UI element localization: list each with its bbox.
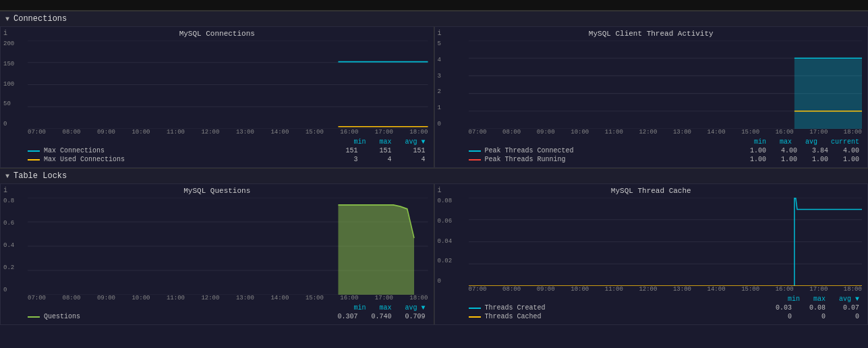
mysql-connections-title: MySQL Connections <box>1 27 434 39</box>
info-icon-thread-cache[interactable]: i <box>438 187 442 194</box>
questions-label: Questions <box>44 313 80 320</box>
max-used-connections-legend: Max Used Connections 3 4 4 <box>28 156 428 163</box>
table-locks-label: Table Locks <box>13 171 67 181</box>
thread-activity-chart-area: Threads 5 4 3 2 1 0 <box>435 39 868 129</box>
svg-marker-20 <box>338 205 414 295</box>
connections-chart-area: 200 150 100 50 0 <box>1 39 434 129</box>
peak-threads-connected-legend: Peak Threads Connected 1.00 4.00 3.84 4.… <box>469 147 863 154</box>
questions-legend-row: Questions 0.307 0.740 0.709 <box>28 313 428 320</box>
connections-y-axis: 200 150 100 50 0 <box>3 39 14 129</box>
peak-threads-connected-icon <box>469 150 481 152</box>
connections-section-header[interactable]: ▼ Connections <box>0 11 868 26</box>
max-used-connections-line-icon <box>28 159 40 161</box>
mysql-questions-title: MySQL Questions <box>1 184 434 196</box>
thread-activity-stats-header: min max avg current <box>469 138 863 146</box>
top-bar <box>0 0 868 11</box>
threads-label: Threads <box>434 62 436 88</box>
max-connections-values: 151 151 151 <box>320 147 428 154</box>
questions-values: 0.307 0.740 0.709 <box>320 313 428 320</box>
threads-cached-label: Threads Cached <box>485 313 542 320</box>
mysql-thread-cache-panel: i MySQL Thread Cache 0.08 0.06 0.04 0.02… <box>434 183 869 325</box>
svg-marker-13 <box>794 58 862 129</box>
max-connections-label: Max Connections <box>44 147 105 154</box>
connections-legend: min max avg ▼ Max Connections 151 151 15… <box>1 137 434 167</box>
info-icon-connections[interactable]: i <box>3 30 7 37</box>
connections-stats-header: min max avg ▼ <box>28 138 428 146</box>
threads-cached-values: 0 0 0 <box>754 313 862 320</box>
questions-y-axis: 0.8 0.6 0.4 0.2 0 <box>3 196 14 295</box>
mysql-thread-activity-title: MySQL Client Thread Activity <box>435 27 868 39</box>
threads-created-legend: Threads Created 0.03 0.08 0.07 <box>469 304 863 312</box>
connections-charts-row: i MySQL Connections 200 150 100 50 0 <box>0 26 868 168</box>
thread-cache-y-axis: 0.08 0.06 0.04 0.02 0 <box>438 196 453 286</box>
peak-threads-connected-values: 1.00 4.00 3.84 4.00 <box>727 147 862 154</box>
questions-stats-header: min max avg ▼ <box>28 304 428 312</box>
table-locks-section-header[interactable]: ▼ Table Locks <box>0 168 868 183</box>
table-locks-chevron-icon: ▼ <box>5 173 9 180</box>
peak-threads-running-label: Peak Threads Running <box>485 156 566 163</box>
max-connections-legend: Max Connections 151 151 151 <box>28 147 428 154</box>
max-used-connections-values: 3 4 4 <box>320 156 428 163</box>
thread-activity-svg <box>469 40 863 129</box>
max-used-connections-label: Max Used Connections <box>44 156 125 163</box>
questions-svg <box>28 198 428 295</box>
peak-threads-running-legend: Peak Threads Running 1.00 1.00 1.00 1.00 <box>469 156 863 163</box>
threads-created-label: Threads Created <box>485 304 546 312</box>
peak-threads-connected-label: Peak Threads Connected <box>485 147 574 154</box>
threads-cached-legend: Threads Cached 0 0 0 <box>469 313 863 320</box>
threads-created-values: 0.03 0.08 0.07 <box>754 304 862 312</box>
questions-chart-area: 0.8 0.6 0.4 0.2 0 <box>1 196 434 295</box>
info-icon-thread-activity[interactable]: i <box>438 30 442 37</box>
connections-svg <box>28 40 428 129</box>
peak-threads-running-values: 1.00 1.00 1.00 1.00 <box>727 156 862 163</box>
chevron-icon: ▼ <box>5 16 9 23</box>
mysql-thread-cache-title: MySQL Thread Cache <box>435 184 868 196</box>
thread-cache-chart-area: 0.08 0.06 0.04 0.02 0 <box>435 196 868 286</box>
peak-threads-running-icon <box>469 159 481 161</box>
questions-charts-row: i MySQL Questions 0.8 0.6 0.4 0.2 0 <box>0 183 868 325</box>
questions-line-icon <box>28 316 40 318</box>
thread-cache-svg <box>469 198 863 286</box>
threads-cached-line-icon <box>469 316 481 318</box>
thread-cache-stats-header: min max avg ▼ <box>469 295 863 303</box>
mysql-connections-panel: i MySQL Connections 200 150 100 50 0 <box>0 26 434 168</box>
info-icon-questions[interactable]: i <box>3 187 7 194</box>
max-connections-line-icon <box>28 150 40 152</box>
thread-cache-legend: min max avg ▼ Threads Created 0.03 0.08 … <box>435 294 868 324</box>
thread-activity-legend: min max avg current Peak Threads Connect… <box>435 137 868 167</box>
questions-legend: min max avg ▼ Questions 0.307 0.740 0.70… <box>1 303 434 324</box>
mysql-thread-activity-panel: i MySQL Client Thread Activity Threads 5… <box>434 26 869 168</box>
mysql-questions-panel: i MySQL Questions 0.8 0.6 0.4 0.2 0 <box>0 183 434 325</box>
thread-activity-y-axis: 5 4 3 2 1 0 <box>438 39 441 129</box>
connections-label: Connections <box>13 14 67 24</box>
threads-created-line-icon <box>469 308 481 309</box>
